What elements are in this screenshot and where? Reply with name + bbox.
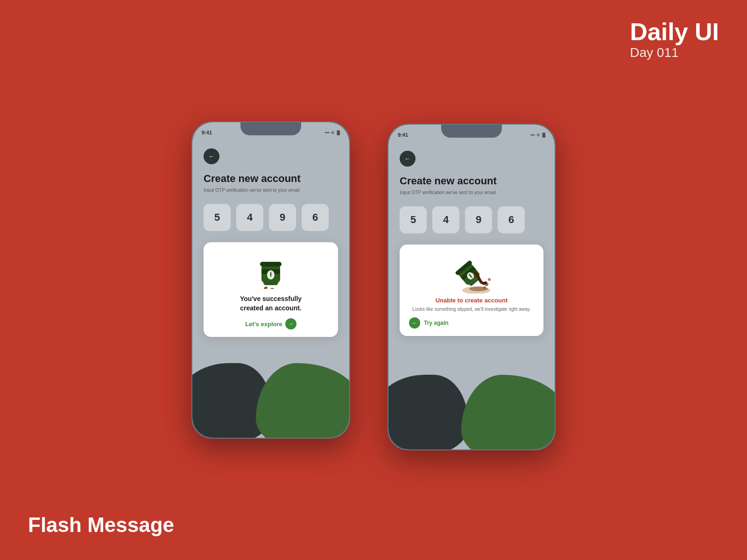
blob-green-left: [256, 363, 349, 438]
otp-box-3[interactable]: 9: [269, 204, 296, 231]
otp-box-4[interactable]: 6: [302, 204, 329, 231]
flash-card-success: You've successfullycreated an account. L…: [204, 242, 338, 337]
otp-box-2[interactable]: 4: [236, 204, 263, 231]
back-button-left[interactable]: [204, 148, 219, 164]
wifi-icon: ⊜: [331, 130, 335, 135]
blob-green-right: [461, 375, 555, 449]
daily-ui-title: Daily UI: [630, 19, 719, 45]
otp-box-r4[interactable]: 6: [498, 206, 525, 233]
status-time-right: 9:41: [398, 132, 408, 138]
otp-box-r3[interactable]: 9: [465, 206, 492, 233]
phone-screen-right: 9:41 ▪▪▪ ⊜ ▓ Create new account Input OT…: [388, 125, 555, 449]
back-button-right[interactable]: [400, 151, 416, 167]
flash-title-error: Unable to create account: [409, 297, 534, 304]
screen-subtitle-right: Input OTP verification we've sent to you…: [400, 190, 543, 195]
signal-icon-right: ▪▪▪: [530, 133, 535, 137]
status-icons-left: ▪▪▪ ⊜ ▓: [325, 130, 340, 135]
try-again-arrow-icon: ←: [409, 317, 420, 329]
battery-icon: ▓: [337, 130, 340, 135]
signal-icon: ▪▪▪: [325, 130, 330, 135]
screen-title-right: Create new account: [400, 175, 543, 187]
lets-explore-label: Let's explore: [245, 321, 282, 328]
svg-rect-1: [260, 262, 282, 266]
coffee-icon-success: [254, 252, 287, 289]
svg-point-14: [469, 287, 488, 291]
flash-message-label: Flash Message: [28, 513, 174, 537]
explore-arrow-icon: →: [285, 318, 296, 329]
flash-action-success[interactable]: Let's explore →: [213, 318, 329, 329]
phone-screen-left: 9:41 ▪▪▪ ⊜ ▓ Create new account Input OT…: [192, 122, 349, 438]
phone-notch-left: [240, 122, 301, 135]
flash-card-error: Unable to create account Looks like some…: [400, 245, 543, 336]
flash-title-success: You've successfullycreated an account.: [213, 294, 329, 313]
svg-point-4: [263, 286, 268, 289]
try-again-label: Try again: [424, 320, 449, 326]
flash-desc-error: Looks like something slipped, we'll inve…: [409, 307, 534, 312]
otp-box-1[interactable]: 5: [204, 204, 231, 231]
wifi-icon-right: ⊜: [536, 133, 540, 137]
status-icons-right: ▪▪▪ ⊜ ▓: [530, 133, 545, 137]
daily-ui-subtitle: Day 011: [630, 45, 719, 60]
coffee-icon-error: [453, 254, 490, 291]
phones-container: 9:41 ▪▪▪ ⊜ ▓ Create new account Input OT…: [191, 110, 556, 450]
otp-row-left: 5 4 9 6: [204, 204, 338, 231]
svg-point-5: [271, 288, 274, 289]
status-time-left: 9:41: [202, 130, 212, 135]
svg-point-8: [488, 278, 491, 281]
phone-content-left: Create new account Input OTP verificatio…: [192, 139, 349, 346]
daily-ui-label: Daily UI Day 011: [630, 19, 719, 60]
screen-subtitle-left: Input OTP verification we've sent to you…: [204, 188, 338, 193]
phone-error: 9:41 ▪▪▪ ⊜ ▓ Create new account Input OT…: [388, 124, 556, 450]
phone-success: 9:41 ▪▪▪ ⊜ ▓ Create new account Input OT…: [191, 121, 350, 439]
battery-icon-right: ▓: [542, 133, 545, 137]
screen-title-left: Create new account: [204, 173, 338, 185]
blob-dark-right: [388, 375, 468, 449]
otp-row-right: 5 4 9 6: [400, 206, 543, 233]
flash-action-error[interactable]: ← Try again: [409, 317, 534, 329]
otp-box-r1[interactable]: 5: [400, 206, 427, 233]
phone-notch-right: [441, 125, 502, 138]
phone-content-right: Create new account Input OTP verificatio…: [388, 141, 555, 345]
otp-box-r2[interactable]: 4: [432, 206, 459, 233]
